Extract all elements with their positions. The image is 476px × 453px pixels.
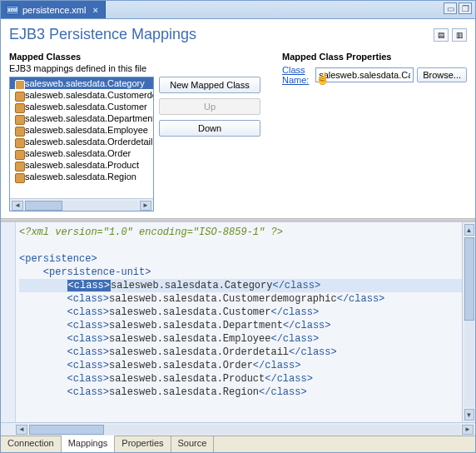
new-mapped-class-button[interactable]: New Mapped Class [159, 77, 260, 93]
editor-tab-label: persistence.xml [22, 5, 86, 15]
list-item[interactable]: salesweb.salesdata.Orderdetail [10, 136, 153, 147]
editor-tab-persistence[interactable]: persistence.xml × [1, 1, 106, 18]
source-vertical-scrollbar[interactable]: ▲ ▼ [462, 222, 475, 422]
editor-page-tabs: Connection Mappings Properties Source [1, 436, 475, 452]
scroll-down-icon[interactable]: ▼ [464, 409, 474, 421]
list-item[interactable]: salesweb.salesdata.Region [10, 171, 153, 182]
vertical-layout-icon[interactable]: ▥ [452, 28, 467, 42]
up-button: Up [159, 98, 260, 115]
scroll-left-icon[interactable]: ◄ [16, 425, 27, 435]
mapped-classes-buttons: New Mapped Class Up Down [159, 77, 260, 137]
scroll-track[interactable] [464, 237, 474, 407]
page-title: EJB3 Persistence Mappings [9, 26, 196, 43]
mapped-classes-subtext: EJB3 mappings defined in this file [9, 63, 267, 73]
window-controls: ▭ ❐ [444, 2, 472, 14]
editor-tabstrip: persistence.xml × ▭ ❐ [1, 1, 475, 19]
tab-properties[interactable]: Properties [115, 436, 171, 452]
class-name-link[interactable]: Class Name: ☝ [282, 65, 312, 85]
xml-source-editor[interactable]: <?xml version="1.0" encoding="ISO-8859-1… [16, 222, 462, 422]
scroll-track[interactable] [29, 425, 460, 435]
scroll-up-icon[interactable]: ▲ [464, 224, 474, 236]
mapped-classes-heading: Mapped Classes [9, 52, 267, 62]
form-header: EJB3 Persistence Mappings ▤ ▥ [1, 19, 475, 47]
scroll-right-icon[interactable]: ► [462, 425, 474, 435]
scroll-track[interactable] [25, 201, 138, 211]
browse-button[interactable]: Browse... [417, 67, 467, 82]
list-item[interactable]: salesweb.salesdata.Category [10, 77, 153, 89]
list-item[interactable]: salesweb.salesdata.Customer [10, 101, 153, 112]
scroll-thumb[interactable] [25, 201, 62, 211]
class-name-input[interactable] [315, 67, 414, 82]
source-panel: <?xml version="1.0" encoding="ISO-8859-1… [1, 222, 475, 436]
down-button[interactable]: Down [159, 120, 260, 137]
scroll-thumb[interactable] [29, 425, 104, 435]
mapped-classes-section: Mapped Classes EJB3 mappings defined in … [9, 52, 267, 212]
scroll-right-icon[interactable]: ► [140, 201, 151, 211]
list-item[interactable]: salesweb.salesdata.Customerdemographic [10, 89, 153, 101]
source-horizontal-scrollbar[interactable]: ◄ ► [1, 422, 475, 436]
main-form: Mapped Classes EJB3 mappings defined in … [1, 47, 475, 212]
tab-source[interactable]: Source [171, 436, 215, 452]
tab-mappings[interactable]: Mappings [62, 436, 116, 452]
hand-cursor-icon: ☝ [315, 72, 330, 85]
horizontal-layout-icon[interactable]: ▤ [434, 28, 449, 42]
scroll-left-icon[interactable]: ◄ [12, 201, 23, 211]
scroll-thumb[interactable] [464, 237, 474, 321]
list-item[interactable]: salesweb.salesdata.Department [10, 112, 153, 124]
xml-file-icon [6, 5, 19, 15]
list-item[interactable]: salesweb.salesdata.Product [10, 159, 153, 171]
list-item[interactable]: salesweb.salesdata.Order [10, 147, 153, 159]
editor-window: persistence.xml × ▭ ❐ EJB3 Persistence M… [0, 0, 476, 453]
mapped-class-properties-section: Mapped Class Properties Class Name: ☝ Br… [282, 52, 467, 212]
tab-connection[interactable]: Connection [1, 436, 62, 452]
mapped-classes-list[interactable]: salesweb.salesdata.Category salesweb.sal… [9, 77, 154, 212]
ruler-gutter [1, 222, 16, 422]
minimize-icon[interactable]: ▭ [444, 2, 457, 14]
list-horizontal-scrollbar[interactable]: ◄ ► [10, 198, 153, 212]
close-icon[interactable]: × [89, 5, 97, 15]
list-item[interactable]: salesweb.salesdata.Employee [10, 124, 153, 136]
maximize-icon[interactable]: ❐ [459, 2, 472, 14]
properties-heading: Mapped Class Properties [282, 52, 467, 62]
